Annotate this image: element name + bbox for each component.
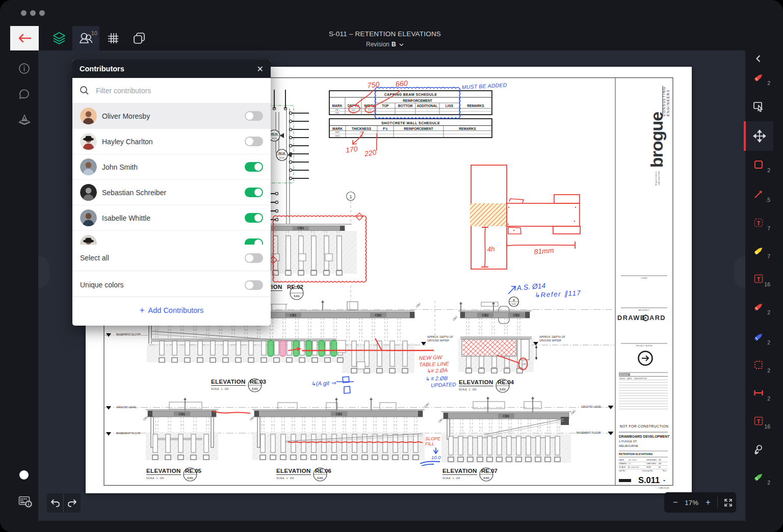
svg-text:BOTTOM: BOTTOM <box>398 104 413 108</box>
svg-text:THICKNESS: THICKNESS <box>352 127 372 130</box>
svg-text:ADDITIONAL: ADDITIONAL <box>417 104 438 108</box>
svg-text:600: 600 <box>352 109 356 111</box>
svg-text:SIZE:: SIZE: <box>646 466 651 468</box>
svg-text:CB2: CB2 <box>335 112 340 114</box>
svg-text:220: 220 <box>363 148 377 158</box>
svg-text:SHOTCRETE WALL SCHEDULE: SHOTCRETE WALL SCHEDULE <box>381 121 440 125</box>
svg-text:BB: BB <box>659 459 662 461</box>
svg-text:-: - <box>663 477 665 484</box>
svg-text:SW2: SW2 <box>522 363 527 365</box>
svg-text:APPROX. DEPTH OF: APPROX. DEPTH OF <box>427 335 453 338</box>
svg-text:CB1: CB1 <box>437 417 443 423</box>
svg-text:-: - <box>405 109 406 111</box>
svg-text:S.011: S.011 <box>638 475 660 485</box>
svg-text:1: 1 <box>349 194 352 199</box>
svg-text:S.011: S.011 <box>272 137 277 140</box>
svg-text:RE.03: RE.03 <box>250 379 266 385</box>
svg-text:CB2: CB2 <box>415 302 421 308</box>
svg-text:© BROGUE: © BROGUE <box>658 487 669 489</box>
svg-text:CLIENT: CLIENT <box>641 277 648 279</box>
svg-text:A.S. Ø14: A.S. Ø14 <box>516 281 546 292</box>
svg-text:brogue: brogue <box>647 112 666 168</box>
svg-text:SCALE:: SCALE: <box>619 466 626 468</box>
svg-text:ELEVATION: ELEVATION <box>459 379 493 385</box>
svg-text:RE.04: RE.04 <box>271 133 278 136</box>
svg-text:↳Refer ∥117: ↳Refer ∥117 <box>534 289 582 299</box>
svg-text:As indicated: As indicated <box>628 466 639 468</box>
svg-text:T: T <box>756 220 760 226</box>
svg-text:SW2: SW2 <box>335 135 340 137</box>
svg-text:REMARKS: REMARKS <box>467 104 484 108</box>
svg-text:RE.05: RE.05 <box>279 152 285 155</box>
svg-text:170: 170 <box>345 145 358 154</box>
svg-text:↳ # 2.ØB: ↳ # 2.ØB <box>425 375 448 382</box>
svg-text:CB2: CB2 <box>452 315 458 322</box>
svg-text:Job No.: Job No. <box>619 469 625 472</box>
svg-text:T: T <box>756 276 760 282</box>
svg-text:CB1: CB1 <box>290 313 296 317</box>
svg-text:MARK: MARK <box>332 104 343 108</box>
svg-text:CB2: CB2 <box>482 313 488 317</box>
svg-text:ELEVATION: ELEVATION <box>276 468 311 474</box>
svg-text:SLOPE: SLOPE <box>425 436 441 441</box>
svg-text:CB2: CB2 <box>375 313 381 317</box>
svg-text:-: - <box>475 112 476 114</box>
svg-text:REMARKS: REMARKS <box>459 127 476 130</box>
svg-text:brogue.com.au: brogue.com.au <box>655 171 657 185</box>
svg-text:81mm: 81mm <box>534 246 554 256</box>
svg-text:RE.05: RE.05 <box>185 468 202 474</box>
svg-text:RE.07: RE.07 <box>481 468 498 474</box>
svg-text:A1: A1 <box>659 466 661 468</box>
svg-text:S.011: S.011 <box>279 156 285 159</box>
svg-text:RE.02: RE.02 <box>287 284 303 290</box>
svg-text:↳(A git ⇒: ↳(A git ⇒ <box>311 380 337 387</box>
svg-text:10.0: 10.0 <box>431 455 441 460</box>
svg-text:CC: CC <box>628 462 631 465</box>
svg-text:BASEMENT FLOOR: BASEMENT FLOOR <box>116 432 141 435</box>
svg-text:CB1: CB1 <box>335 412 342 416</box>
svg-text:SW1: SW1 <box>335 131 340 134</box>
svg-text:660: 660 <box>395 79 408 88</box>
svg-text:S.011: S.011 <box>187 477 193 480</box>
svg-text:-: - <box>405 112 406 114</box>
svg-text:CB1: CB1 <box>297 226 304 230</box>
svg-text:CB1: CB1 <box>249 415 255 421</box>
svg-text:NOT FOR CONSTRUCTION: NOT FOR CONSTRUCTION <box>620 424 669 428</box>
svg-text:ENGINEERS: ENGINEERS <box>666 89 670 116</box>
svg-text:AA: AA <box>659 462 662 465</box>
svg-text:-: - <box>418 131 419 134</box>
svg-text:CB1: CB1 <box>424 402 430 408</box>
svg-text:MELBOURNE: MELBOURNE <box>619 444 638 447</box>
svg-text:4h: 4h <box>487 245 495 253</box>
svg-text:-: - <box>449 112 450 114</box>
svg-text:750: 750 <box>367 80 380 89</box>
svg-text:-: - <box>475 109 476 111</box>
svg-text:-: - <box>385 131 386 134</box>
svg-text:DESIGNED:: DESIGNED: <box>646 459 657 461</box>
svg-text:CB1: CB1 <box>335 109 340 111</box>
svg-text:JUL 2016: JUL 2016 <box>628 459 637 461</box>
svg-text:ELEVATION: ELEVATION <box>442 468 477 474</box>
svg-text:SCALE 1 : 100: SCALE 1 : 100 <box>459 388 477 391</box>
svg-text:-: - <box>385 109 386 111</box>
svg-text:DRAWBOARD DEVELOPMENT: DRAWBOARD DEVELOPMENT <box>619 435 670 438</box>
svg-text:RE.04: RE.04 <box>498 379 514 385</box>
svg-text:SCALE 1 : 100: SCALE 1 : 100 <box>211 388 229 390</box>
svg-text:FILL: FILL <box>425 441 434 446</box>
svg-text:UPDATED: UPDATED <box>431 381 456 388</box>
svg-text:S.011: S.011 <box>252 388 258 390</box>
svg-text:-: - <box>418 135 419 137</box>
svg-text:DRAWN:: DRAWN: <box>619 462 627 465</box>
svg-text:ARD: ARD <box>649 314 666 322</box>
svg-text:GROUND WATER: GROUND WATER <box>427 339 449 342</box>
svg-text:ELEVATION: ELEVATION <box>146 468 181 474</box>
svg-text:-: - <box>385 112 386 114</box>
svg-text:-: - <box>449 109 450 111</box>
svg-text:S.011: S.011 <box>511 303 516 305</box>
svg-text:↳# 2.ØA: ↳# 2.ØA <box>426 367 448 374</box>
svg-text:Drawing No.: Drawing No. <box>642 469 653 472</box>
svg-text:CONSULTING: CONSULTING <box>662 86 666 116</box>
svg-text:BASEMENT FLOOR: BASEMENT FLOOR <box>116 333 141 336</box>
svg-text:SCALE 1 : 100: SCALE 1 : 100 <box>442 477 460 480</box>
svg-text:PROJECT NORTH: PROJECT NORTH <box>636 345 652 347</box>
